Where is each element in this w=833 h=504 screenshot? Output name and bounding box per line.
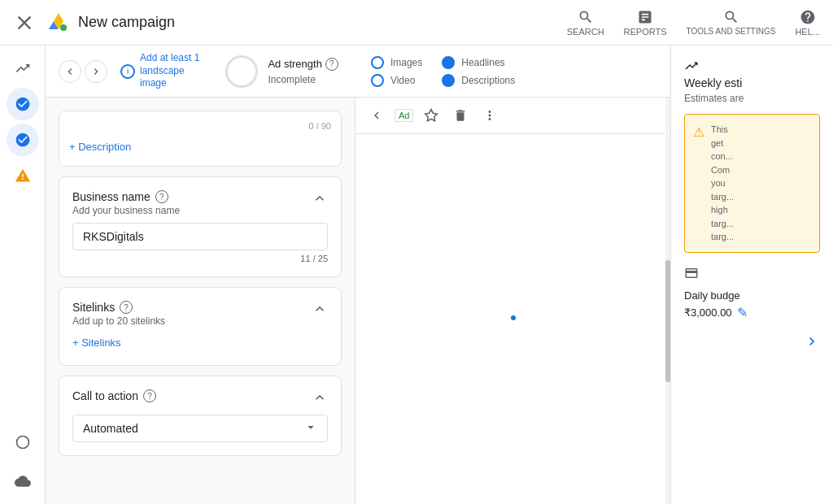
- sidebar-expand-button[interactable]: [684, 333, 820, 350]
- tools-action[interactable]: TOOLS AND SETTINGS: [687, 9, 776, 37]
- preview-back-button[interactable]: [365, 104, 388, 127]
- images-label: Images: [390, 57, 422, 68]
- checklist-headlines: Headlines: [442, 56, 515, 69]
- checklist-descriptions: Descriptions: [442, 74, 515, 87]
- progress-info: i Add at least 1 landscape image: [120, 52, 199, 90]
- cta-info: Call to action ?: [72, 389, 156, 402]
- sitelinks-help[interactable]: ?: [120, 301, 133, 314]
- form-panel: 0 / 90 + Description Business name ? A: [46, 98, 355, 504]
- preview-scrollbar[interactable]: [665, 98, 670, 504]
- warning-text: Thisgetcon...Comyoutarg...hightarg...tar…: [711, 123, 734, 244]
- top-bar-actions: SEARCH REPORTS TOOLS AND SETTINGS HEL...: [567, 9, 820, 37]
- preview-content: [355, 134, 670, 502]
- video-label: Video: [390, 75, 415, 86]
- help-action[interactable]: HEL...: [795, 9, 820, 37]
- cta-help[interactable]: ?: [143, 389, 156, 402]
- descriptions-check: [442, 74, 455, 87]
- tools-label: TOOLS AND SETTINGS: [687, 27, 776, 37]
- svg-marker-5: [425, 110, 438, 121]
- daily-budget-value: ₹3,000.00 ✎: [684, 305, 820, 320]
- ad-badge: Ad: [395, 109, 413, 122]
- svg-point-4: [16, 437, 28, 449]
- trend-icon: [684, 59, 699, 73]
- business-name-header: Business name ? Add your business name: [72, 190, 328, 216]
- call-to-action-card: Call to action ? Automated Learn more: [59, 376, 342, 456]
- progress-checklist-2: Headlines Descriptions: [442, 56, 515, 87]
- headlines-label: Headlines: [461, 57, 504, 68]
- left-sidebar: [0, 46, 46, 504]
- add-description-button[interactable]: + Description: [69, 137, 131, 156]
- sitelinks-header: Sitelinks ? Add up to 20 sitelinks: [72, 301, 328, 327]
- checklist-video: Video: [371, 74, 422, 87]
- progress-nav: [59, 60, 107, 83]
- cta-collapse[interactable]: [312, 389, 328, 408]
- sidebar-item-check2[interactable]: [7, 124, 39, 156]
- page-title: New campaign: [78, 14, 557, 31]
- cta-select[interactable]: Automated Learn more Get quote Apply now…: [72, 415, 328, 442]
- progress-bar: i Add at least 1 landscape image Ad stre…: [46, 46, 670, 98]
- preview-toolbar: Ad: [355, 98, 670, 134]
- business-name-help[interactable]: ?: [155, 190, 168, 203]
- progress-checklist: Images Video: [371, 56, 422, 87]
- help-label: HEL...: [795, 27, 820, 37]
- business-name-subtitle: Add your business name: [72, 205, 180, 216]
- star-icon-btn[interactable]: [420, 104, 443, 127]
- weekly-sub: Estimates are: [684, 93, 820, 104]
- more-options-btn[interactable]: [478, 104, 501, 127]
- ad-strength-circle: [225, 55, 258, 88]
- delete-icon-btn[interactable]: [449, 104, 472, 127]
- cta-select-wrapper: Automated Learn more Get quote Apply now…: [72, 415, 328, 442]
- right-sidebar: Weekly esti Estimates are ⚠ Thisgetcon..…: [670, 46, 833, 504]
- sitelinks-title: Sitelinks ?: [72, 301, 165, 314]
- content-area: 0 / 90 + Description Business name ? A: [46, 98, 670, 504]
- weekly-title: Weekly esti: [684, 76, 820, 89]
- business-name-input[interactable]: [72, 223, 328, 250]
- ad-strength-label-text: Ad strength: [268, 58, 322, 70]
- daily-budget-label: Daily budge: [684, 289, 820, 302]
- add-sitelinks-button[interactable]: + Sitelinks: [72, 333, 121, 352]
- headlines-check: [442, 56, 455, 69]
- sitelinks-collapse[interactable]: [312, 301, 328, 319]
- close-button[interactable]: [13, 11, 36, 34]
- description-card: 0 / 90 + Description: [59, 111, 342, 167]
- checklist-images: Images: [371, 56, 422, 69]
- cta-header: Call to action ?: [72, 389, 328, 408]
- warning-box: ⚠ Thisgetcon...Comyoutarg...hightarg...t…: [684, 114, 820, 253]
- business-name-card: Business name ? Add your business name 1…: [59, 176, 342, 277]
- description-counter: 0 / 90: [69, 121, 331, 131]
- scrollbar-thumb: [665, 260, 670, 382]
- search-label: SEARCH: [567, 27, 604, 37]
- google-ads-logo: [46, 11, 68, 34]
- ad-strength-help-icon[interactable]: ?: [325, 58, 338, 71]
- budget-icon: [684, 266, 820, 283]
- search-action[interactable]: SEARCH: [567, 9, 604, 37]
- sidebar-item-warning[interactable]: [7, 159, 39, 192]
- ad-strength-status: Incomplete: [268, 74, 338, 85]
- business-name-collapse[interactable]: [312, 190, 328, 209]
- sidebar-item-trend[interactable]: [7, 52, 39, 85]
- reports-action[interactable]: REPORTS: [624, 9, 667, 37]
- descriptions-label: Descriptions: [461, 75, 515, 86]
- warning-icon: ⚠: [693, 124, 704, 244]
- sidebar-item-cloud[interactable]: [7, 465, 39, 497]
- preview-cursor: [511, 315, 516, 320]
- sitelinks-subtitle: Add up to 20 sitelinks: [72, 315, 165, 327]
- info-circle: i: [120, 64, 135, 79]
- main-layout: i Add at least 1 landscape image Ad stre…: [0, 46, 833, 504]
- prev-button[interactable]: [59, 60, 81, 83]
- daily-budget-section: Daily budge ₹3,000.00 ✎: [684, 266, 820, 320]
- business-name-char-count: 11 / 25: [72, 254, 328, 263]
- sidebar-item-circle[interactable]: [7, 426, 39, 458]
- sitelinks-card: Sitelinks ? Add up to 20 sitelinks + Sit…: [59, 287, 342, 366]
- next-button[interactable]: [85, 60, 107, 83]
- edit-budget-icon[interactable]: ✎: [737, 305, 748, 320]
- images-check: [371, 56, 384, 69]
- center-panel: i Add at least 1 landscape image Ad stre…: [46, 46, 670, 504]
- reports-label: REPORTS: [624, 27, 667, 37]
- sidebar-item-check1[interactable]: [7, 88, 39, 120]
- cta-title: Call to action ?: [72, 389, 156, 402]
- ad-strength-section: Ad strength ? Incomplete: [268, 58, 338, 85]
- video-check: [371, 74, 384, 87]
- sitelinks-info: Sitelinks ? Add up to 20 sitelinks: [72, 301, 165, 327]
- progress-info-text: Add at least 1 landscape image: [140, 52, 199, 90]
